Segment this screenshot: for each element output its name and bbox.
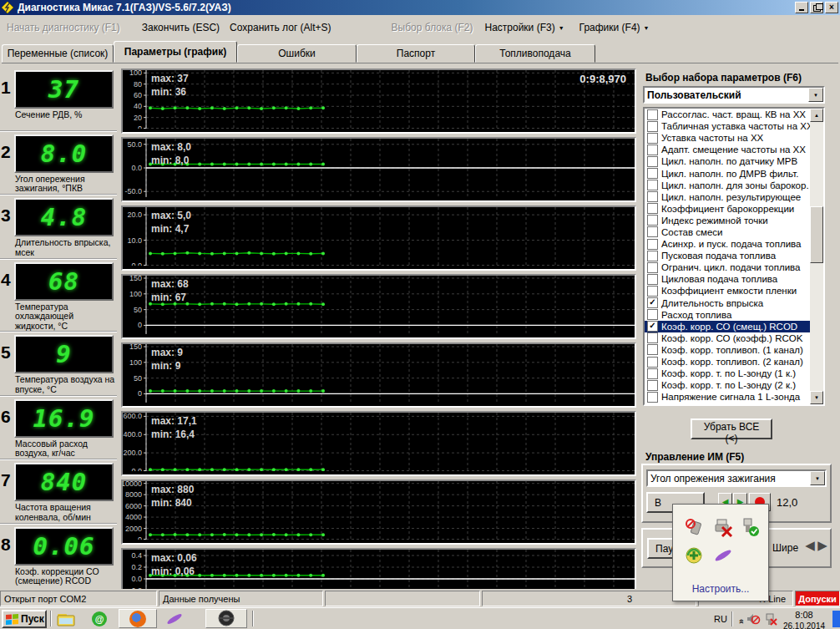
- checkbox-icon[interactable]: [647, 309, 658, 320]
- param-item[interactable]: Цикл. наполн. по ДМРВ фильт.: [645, 167, 810, 179]
- checkbox-icon[interactable]: [647, 286, 658, 297]
- titlebar: Диагностика Микас 7.1(ГАЗ)/VS-5.6/7.2(УА…: [0, 0, 840, 15]
- antivirus-icon[interactable]: [685, 545, 705, 566]
- svg-text:150: 150: [129, 276, 142, 282]
- param-label: Коэф. корр. топливоп. (2 канал): [661, 357, 803, 367]
- checkbox-icon[interactable]: [647, 203, 658, 214]
- tray-configure-link[interactable]: Настроить...: [673, 583, 768, 595]
- checkbox-icon[interactable]: [647, 180, 658, 190]
- muted-speaker-icon[interactable]: [746, 612, 761, 626]
- param-item[interactable]: Коэффициент емкости пленки: [645, 285, 810, 297]
- menu-settings[interactable]: Настройки (F3) ▼: [484, 22, 564, 33]
- checkbox-icon[interactable]: [647, 251, 658, 261]
- param-item[interactable]: Цикл. наполн. для зоны барокор.: [645, 180, 810, 191]
- param-item[interactable]: Индекс режимной точки: [645, 215, 810, 226]
- chevron-down-icon[interactable]: ▼: [808, 88, 823, 102]
- param-item[interactable]: Уставка частоты на ХХ: [645, 132, 810, 144]
- actuator-setpoint: 12,0: [777, 496, 797, 509]
- checkbox-icon[interactable]: [647, 392, 658, 403]
- param-item[interactable]: Коэф. корр. СО (коэфф.) RCOK: [645, 332, 810, 344]
- param-item[interactable]: Напряжение сигнала 1 L-зонда: [645, 391, 810, 403]
- icq-icon[interactable]: @: [90, 611, 109, 627]
- close-button[interactable]: ×: [825, 2, 838, 13]
- tab-fuel-supply[interactable]: Топливоподача: [475, 44, 595, 63]
- led-value: 16.9: [33, 404, 95, 433]
- tab-errors[interactable]: Ошибки: [237, 44, 357, 63]
- device-blocked-icon[interactable]: [685, 517, 705, 537]
- tab-variables-list[interactable]: Переменные (список): [2, 44, 114, 63]
- scroll-up-icon[interactable]: ▲: [810, 109, 823, 122]
- param-item[interactable]: Коэф. корр. т. по L-зонду (2 к.): [645, 379, 810, 391]
- clear-all-button[interactable]: Убрать ВСЕ (<): [691, 418, 772, 439]
- language-indicator[interactable]: RU: [714, 614, 727, 624]
- checkbox-icon[interactable]: ✓: [647, 297, 658, 308]
- gauge-index: 1: [1, 78, 11, 98]
- chart-7: 1000080006000400020000max: 880min: 840: [121, 479, 636, 545]
- actuator-combo[interactable]: Угол опрежения зажигания ▼: [646, 469, 827, 487]
- param-item[interactable]: Коэф. корр. топливоп. (2 канал): [645, 356, 810, 368]
- firefox-launch-box[interactable]: [119, 609, 157, 628]
- checkbox-icon[interactable]: [647, 191, 658, 202]
- checkbox-icon[interactable]: [647, 168, 658, 179]
- param-item[interactable]: Цикл. наполн. по датчику МРВ: [645, 155, 810, 167]
- checkbox-icon[interactable]: [647, 332, 658, 343]
- menu-save-log[interactable]: Сохранить лог (Alt+S): [230, 22, 331, 33]
- checkbox-icon[interactable]: [647, 262, 658, 273]
- param-label: Индекс режимной точки: [661, 216, 768, 226]
- param-item[interactable]: Коэф. корр. топливоп. (1 канал): [645, 344, 810, 356]
- checkbox-icon[interactable]: [647, 368, 658, 379]
- printer-error-icon[interactable]: [713, 517, 733, 537]
- param-item[interactable]: Пусковая подача топлива: [645, 250, 810, 261]
- restore-button[interactable]: [810, 2, 823, 13]
- scrollbar-thumb[interactable]: [810, 206, 823, 263]
- param-item[interactable]: ✓Длительность впрыска: [645, 297, 810, 309]
- checkbox-icon[interactable]: [647, 121, 658, 132]
- param-item[interactable]: Цикл. наполн. результирующее: [645, 191, 810, 203]
- svg-text:0.0: 0.0: [131, 164, 142, 172]
- tray-icon-partial[interactable]: [832, 611, 840, 627]
- checkbox-icon[interactable]: [647, 145, 658, 155]
- checkbox-icon[interactable]: [647, 380, 658, 391]
- feather-icon[interactable]: [165, 611, 184, 627]
- param-label: Адапт. смещение частоты на ХХ: [661, 145, 806, 155]
- param-item[interactable]: Рассоглас. част. вращ. КВ на ХХ: [645, 109, 810, 120]
- minimize-button[interactable]: [795, 2, 808, 13]
- param-set-combo[interactable]: Пользовательский ▼: [643, 86, 825, 104]
- checkbox-icon[interactable]: [647, 274, 658, 285]
- tab-parameters-chart[interactable]: Параметры (график): [114, 41, 237, 63]
- usb-ok-icon[interactable]: [740, 517, 760, 537]
- param-item[interactable]: Огранич. цикл. подачи топлива: [645, 261, 810, 273]
- param-item[interactable]: Адапт. смещение частоты на ХХ: [645, 144, 810, 155]
- param-item[interactable]: Коэффициент барокоррекции: [645, 203, 810, 215]
- chevron-down-icon[interactable]: ▼: [810, 471, 825, 485]
- chevron-up-icon[interactable]: »: [736, 614, 746, 624]
- narrower-button[interactable]: ◀: [803, 538, 817, 553]
- menu-finish[interactable]: Закончить (ESC): [142, 22, 220, 33]
- param-item[interactable]: ✓Коэф. корр. СО (смещ.) RCOD: [645, 321, 810, 332]
- checkbox-icon[interactable]: [647, 344, 658, 355]
- tab-passport[interactable]: Паспорт: [357, 44, 475, 63]
- menu-charts[interactable]: Графики (F4) ▼: [579, 22, 650, 33]
- folder-icon[interactable]: [57, 611, 75, 627]
- param-item[interactable]: Табличная уставка частоты на ХХ: [645, 120, 810, 132]
- wider-button[interactable]: ▶: [816, 538, 829, 553]
- checkbox-icon[interactable]: [647, 239, 658, 250]
- param-item[interactable]: Расход топлива: [645, 309, 810, 321]
- steering-launch-box[interactable]: [205, 609, 247, 628]
- param-item[interactable]: Цикловая подача топлива: [645, 273, 810, 285]
- checkbox-icon[interactable]: [647, 226, 658, 237]
- feather-icon[interactable]: [713, 545, 733, 566]
- checkbox-icon[interactable]: [647, 215, 658, 226]
- param-item[interactable]: Асинхр. и пуск. подача топлива: [645, 238, 810, 250]
- checkbox-icon[interactable]: ✓: [647, 321, 658, 332]
- scroll-down-icon[interactable]: ▼: [810, 391, 823, 404]
- param-item[interactable]: Состав смеси: [645, 226, 810, 238]
- checkbox-icon[interactable]: [647, 156, 658, 167]
- start-button[interactable]: Пуск: [2, 610, 47, 628]
- param-list-scrollbar[interactable]: ▲ ▼: [810, 109, 823, 404]
- param-item[interactable]: Коэф. корр. т. по L-зонду (1 к.): [645, 368, 810, 379]
- checkbox-icon[interactable]: [647, 133, 658, 144]
- checkbox-icon[interactable]: [647, 357, 658, 368]
- usb-error-icon[interactable]: [763, 612, 778, 626]
- checkbox-icon[interactable]: [647, 109, 658, 120]
